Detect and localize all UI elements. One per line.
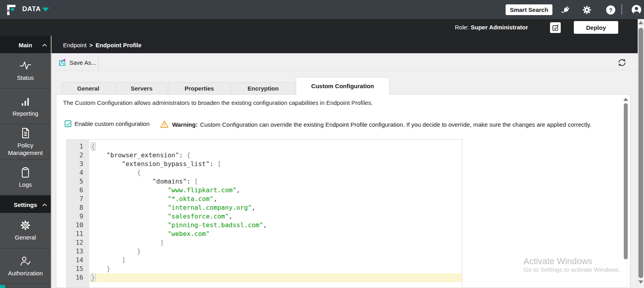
code-token: "salesforce.com" [168,213,229,220]
tab-servers[interactable]: Servers [116,82,167,94]
sidebar-item-policy-management[interactable]: Policy Management [0,124,51,160]
gear-outline-icon [19,219,31,231]
code-line-7[interactable]: "*.okta.com", [89,195,462,203]
code-token [91,195,168,203]
panel-scrollbar-thumb[interactable] [624,103,628,259]
line-number: 7 [67,195,89,203]
code-token: : [187,178,194,185]
product-switcher[interactable]: DATA [22,5,41,13]
code-line-9[interactable]: "salesforce.com", [89,212,462,221]
sidebar-item-general[interactable]: General [0,213,51,249]
save-as-button[interactable]: Save As... [58,58,96,67]
activate-windows-watermark: Activate Windows [523,256,592,267]
code-line-14[interactable]: ] [89,256,462,265]
code-token: "*.okta.com" [168,195,214,203]
bar-chart-icon [19,95,31,107]
sidebar-item-status[interactable]: Status [0,53,51,89]
deploy-button[interactable]: Deploy [574,21,618,34]
checkbox-label[interactable]: Enable custom configuration [75,120,150,127]
code-token: "extension_bypass_list" [122,160,210,168]
toolbar-divider [98,56,99,71]
code-token [91,230,168,238]
sidebar-item-logs[interactable]: Logs [0,160,51,196]
sidebar-section-main[interactable]: Main [0,36,51,53]
document-icon [19,127,31,139]
sidebar-section-settings[interactable]: Settings [0,195,51,213]
code-line-2[interactable]: "browser_extension": { [89,151,462,160]
code-token: } [137,247,141,255]
code-token: "webex.com" [168,230,210,238]
user-avatar-icon[interactable] [631,4,642,15]
sidebar-section-label: Settings [13,201,37,208]
code-line-1[interactable]: { [89,142,462,151]
code-token: [ [194,178,198,185]
sidebar-item-label: General [15,234,36,241]
code-line-11[interactable]: "webex.com" [89,230,462,238]
code-line-13[interactable]: } [89,247,462,256]
smart-search-button[interactable]: Smart Search [506,4,552,15]
breadcrumb-separator: > [89,42,93,48]
code-token [91,247,137,255]
audit-log-button[interactable] [550,22,561,33]
refresh-icon[interactable] [617,58,627,67]
code-token: "domains" [152,178,187,185]
line-number: 10 [67,221,89,230]
topbar-divider [621,4,622,15]
breadcrumb-current: Endpoint Profile [96,42,142,48]
breadcrumb-parent[interactable]: Endpoint [63,42,86,48]
plug-icon[interactable] [560,5,571,15]
code-line-5[interactable]: "domains": [ [89,177,462,186]
code-token [91,186,168,194]
tab-encryption[interactable]: Encryption [231,82,295,94]
panel-scroll-up-arrow[interactable] [623,98,628,101]
enable-custom-config-checkbox[interactable] [65,120,71,127]
code-token: , [252,204,256,211]
line-number: 15 [67,265,89,273]
code-line-12[interactable]: ] [89,238,462,247]
line-number: 11 [67,230,89,238]
line-number: 9 [67,212,89,221]
forcepoint-logo[interactable] [7,5,17,15]
matched-bracket: { [91,143,95,150]
logo-notch [7,10,10,12]
toolbar-bottom-line [52,70,638,71]
code-token: { [187,151,191,159]
code-token: , [263,221,267,229]
logo-accent [11,8,14,11]
code-editor[interactable]: 12345678910111213141516 { "browser_exten… [66,139,462,288]
code-token: , [229,213,233,220]
activate-windows-subtext: Go to Settings to activate Windows. [523,266,621,273]
editor-code[interactable]: { "browser_extension": { "extension_bypa… [89,142,462,282]
code-token [91,160,122,168]
sidebar-item-reporting[interactable]: Reporting [0,89,51,125]
sidebar-section-label: Main [19,42,32,48]
sidebar-item-authorization[interactable]: Authorization [0,249,51,284]
code-token [91,213,168,220]
gear-icon[interactable] [582,5,592,15]
code-line-15[interactable]: } [89,265,462,273]
code-token: : [210,160,217,168]
code-token [91,169,137,176]
window-scroll-up-arrow[interactable] [638,21,643,24]
role-bar [0,19,644,36]
enable-custom-config-row: Enable custom configuration [65,120,150,127]
code-token [91,204,168,211]
chevron-down-icon[interactable] [42,8,49,12]
window-scroll-down-arrow[interactable] [638,280,643,284]
help-icon[interactable]: ? [606,5,616,15]
code-line-16[interactable]: } [89,273,462,282]
code-token: : [179,151,187,159]
tab-properties[interactable]: Properties [168,82,230,94]
code-token: "pinning-test.badssl.com" [168,221,263,229]
sidebar-item-label: Status [17,74,34,81]
window-scrollbar-thumb[interactable] [638,28,643,278]
tab-custom-configuration[interactable]: Custom Configuration [296,77,389,95]
code-line-8[interactable]: "internal.company.org", [89,203,462,212]
code-line-3[interactable]: "extension_bypass_list": [ [89,160,462,168]
code-line-6[interactable]: "www.flipkart.com", [89,186,462,195]
line-number: 5 [67,177,89,186]
code-line-10[interactable]: "pinning-test.badssl.com", [89,221,462,230]
line-number: 1 [67,142,89,151]
tab-general[interactable]: General [61,82,115,94]
code-line-4[interactable]: { [89,168,462,177]
